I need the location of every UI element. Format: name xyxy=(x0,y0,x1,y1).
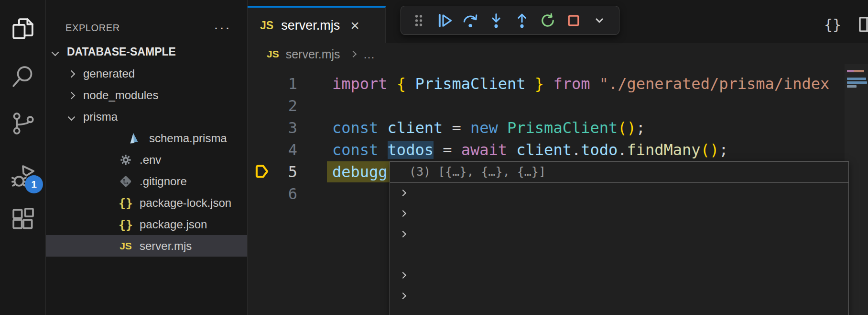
minimap-line xyxy=(847,70,864,72)
debug-stop-button[interactable] xyxy=(561,9,586,32)
js-icon: JS xyxy=(260,19,273,32)
code-token: . xyxy=(618,141,627,159)
chevron-right-icon xyxy=(68,92,76,100)
extensions-icon xyxy=(10,206,36,235)
code-token: { xyxy=(388,75,415,93)
chevron-down-icon[interactable] xyxy=(586,9,612,32)
hover-row-prototype-object[interactable]: [[Prototype]] = Object xyxy=(390,286,848,306)
code-token: ; xyxy=(636,119,645,137)
activitybar-explorer[interactable] xyxy=(0,12,46,47)
line-number: 6 xyxy=(248,183,297,205)
braces-action-icon[interactable]: {} xyxy=(824,16,841,33)
debug-current-frame-icon[interactable] xyxy=(253,162,271,180)
prisma-icon xyxy=(125,130,141,146)
code-line-1[interactable]: import { PrismaClient } from "./generate… xyxy=(332,73,845,95)
search-icon xyxy=(10,63,36,92)
file-label: server.mjs xyxy=(140,239,192,253)
line-number: 3 xyxy=(248,117,297,139)
tree-item-generated[interactable]: generated xyxy=(46,63,247,84)
debug-toolbar xyxy=(401,6,619,35)
file-label: package.json xyxy=(140,218,207,231)
debug-value-hover: (3) [{…}, {…}, {…}] 0 = {id: 1, name: '大… xyxy=(390,161,849,315)
explorer-header: EXPLORER ··· xyxy=(46,17,247,38)
activitybar-search[interactable] xyxy=(0,60,46,95)
files-icon xyxy=(10,15,36,44)
chevron-right-icon xyxy=(400,272,406,279)
tree-item-env[interactable]: .env xyxy=(46,149,247,170)
minimap-line xyxy=(847,81,867,84)
chevron-right-icon xyxy=(400,231,406,237)
gear-icon xyxy=(118,152,134,168)
tree-item-schema-prisma[interactable]: schema.prisma xyxy=(46,127,247,149)
code-token: PrismaClient xyxy=(507,119,618,137)
code-token: findMany xyxy=(627,141,701,159)
code-token: const xyxy=(332,119,388,137)
tree-item-package-json[interactable]: {} package.json xyxy=(46,214,247,235)
hover-row-1[interactable]: 1 = {id: 2, name: '勉強する'} xyxy=(390,203,848,224)
source-control-icon xyxy=(10,110,36,139)
json-icon: {} xyxy=(118,216,134,233)
js-icon: JS xyxy=(267,48,279,60)
tree-item-server-mjs[interactable]: JS server.mjs xyxy=(46,235,247,257)
chevron-right-icon xyxy=(68,70,76,78)
chevron-right-icon xyxy=(400,190,406,196)
code-token: . xyxy=(572,141,581,159)
breadcrumb[interactable]: JS server.mjs … xyxy=(248,44,840,64)
code-line-3[interactable]: const client = new PrismaClient(); xyxy=(332,117,845,139)
chevron-right-icon xyxy=(400,292,406,299)
breadcrumb-file[interactable]: server.mjs xyxy=(286,47,340,61)
chevron-right-icon xyxy=(350,51,357,57)
code-token: "./generated/prisma/index xyxy=(590,75,829,93)
file-label: .gitignore xyxy=(140,175,187,188)
hover-row-0[interactable]: 0 = {id: 1, name: '大学へ行く'} xyxy=(390,183,848,203)
debug-step-into-button[interactable] xyxy=(483,9,509,32)
code-token-highlighted-word: todos xyxy=(388,141,434,159)
tree-root-database-sample[interactable]: DATABASE-SAMPLE xyxy=(46,41,247,63)
folder-label: node_modules xyxy=(83,89,158,102)
code-token: ; xyxy=(719,141,728,159)
code-token: PrismaClient xyxy=(415,75,525,93)
json-icon: {} xyxy=(118,195,134,211)
tree-item-package-lock[interactable]: {} package-lock.json xyxy=(46,192,247,214)
hover-row-prototype-array[interactable]: [[Prototype]] = Array(0) xyxy=(390,265,848,286)
code-token: new xyxy=(470,119,507,137)
breadcrumb-symbol-ellipsis[interactable]: … xyxy=(363,47,375,61)
activitybar-run-debug[interactable]: 1 xyxy=(0,160,46,194)
explorer-sidebar: EXPLORER ··· DATABASE-SAMPLE generated n… xyxy=(46,0,248,315)
code-token: client xyxy=(388,119,443,137)
editor-actions: {} xyxy=(824,13,868,35)
code-token: client xyxy=(516,141,572,159)
activity-bar: 1 xyxy=(0,0,46,315)
code-token: } xyxy=(526,75,553,93)
activitybar-source-control[interactable] xyxy=(0,107,46,142)
activitybar-extensions[interactable] xyxy=(0,203,46,237)
split-editor-icon[interactable] xyxy=(857,15,868,34)
code-token: from xyxy=(553,75,590,93)
debug-badge: 1 xyxy=(25,175,43,193)
code-token: = xyxy=(434,141,461,159)
hover-value-preview: (3) [{…}, {…}, {…}] xyxy=(390,162,848,183)
tree-item-prisma[interactable]: prisma xyxy=(46,106,247,127)
code-token: () xyxy=(701,141,719,159)
debug-step-out-button[interactable] xyxy=(509,9,535,32)
close-icon[interactable]: × xyxy=(350,18,359,33)
code-token: await xyxy=(461,141,517,159)
chevron-down-icon xyxy=(68,113,76,121)
hover-row-2[interactable]: 2 = {id: 3, name: '寝る'} xyxy=(390,224,848,245)
hover-row-length[interactable]: length = 3 xyxy=(390,245,848,265)
tree-item-gitignore[interactable]: .gitignore xyxy=(46,170,247,192)
debug-continue-button[interactable] xyxy=(432,9,457,32)
minimap-line xyxy=(847,78,866,80)
drag-grip-icon[interactable] xyxy=(406,9,432,32)
js-icon: JS xyxy=(118,238,134,254)
code-line-4[interactable]: const todos = await client.todo.findMany… xyxy=(332,139,845,161)
code-token: import xyxy=(332,75,388,93)
more-actions-icon[interactable]: ··· xyxy=(212,19,233,36)
tab-server-mjs[interactable]: JS server.mjs × xyxy=(248,6,386,43)
folder-label: prisma xyxy=(83,110,118,124)
debug-restart-button[interactable] xyxy=(535,9,561,32)
debug-step-over-button[interactable] xyxy=(457,9,483,32)
file-label: .env xyxy=(140,153,161,167)
root-folder-label: DATABASE-SAMPLE xyxy=(67,45,176,58)
tree-item-node-modules[interactable]: node_modules xyxy=(46,84,247,106)
